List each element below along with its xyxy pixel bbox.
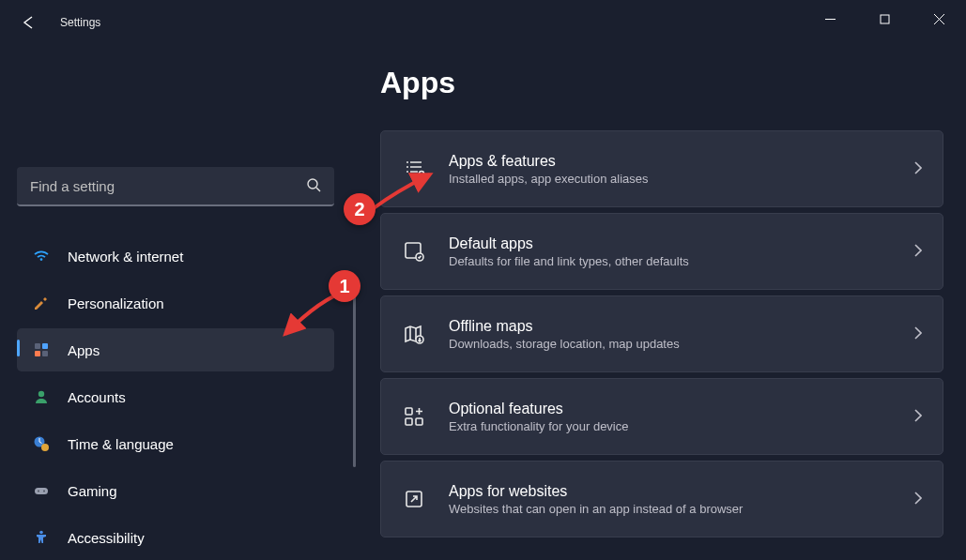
sidebar-item-time-language[interactable]: Time & language [17, 422, 334, 465]
open-external-icon [402, 487, 426, 511]
chevron-right-icon [914, 492, 922, 507]
back-button[interactable] [19, 13, 38, 32]
map-download-icon [402, 322, 426, 346]
card-offline-maps[interactable]: Offline maps Downloads, storage location… [380, 295, 943, 372]
svg-point-12 [41, 444, 49, 451]
search-icon [306, 177, 321, 196]
card-subtitle: Installed apps, app execution aliases [449, 172, 892, 186]
settings-card-list: Apps & features Installed apps, app exec… [380, 130, 943, 537]
svg-rect-7 [42, 343, 48, 349]
annotation-badge: 2 [344, 193, 376, 225]
chevron-right-icon [914, 409, 922, 425]
card-title: Default apps [449, 235, 892, 252]
svg-rect-23 [416, 418, 422, 425]
svg-point-14 [38, 491, 39, 492]
card-title: Offline maps [449, 318, 892, 335]
svg-rect-21 [406, 408, 412, 415]
sidebar-item-network[interactable]: Network & internet [17, 235, 334, 278]
maximize-button[interactable] [857, 0, 912, 38]
search-wrapper [17, 167, 334, 206]
annotation-arrow [368, 169, 437, 214]
sidebar-item-accounts[interactable]: Accounts [17, 375, 334, 418]
default-app-icon [402, 239, 426, 264]
card-apps-for-websites[interactable]: Apps for websites Websites that can open… [380, 461, 943, 537]
chevron-right-icon [914, 326, 922, 342]
search-input[interactable] [17, 167, 334, 206]
card-optional-features[interactable]: Optional features Extra functionality fo… [380, 378, 943, 455]
clock-globe-icon [32, 434, 51, 453]
annotation-badge: 1 [329, 270, 360, 302]
add-feature-icon [402, 404, 426, 429]
close-button[interactable] [912, 0, 966, 38]
chevron-right-icon [914, 161, 922, 177]
page-title: Apps [380, 66, 943, 100]
card-subtitle: Downloads, storage location, map updates [449, 337, 892, 351]
card-title: Apps & features [449, 153, 892, 170]
svg-point-15 [43, 491, 45, 492]
svg-rect-13 [35, 488, 48, 494]
card-default-apps[interactable]: Default apps Defaults for file and link … [380, 213, 943, 290]
sidebar-item-label: Network & internet [68, 249, 183, 265]
apps-icon [32, 341, 51, 359]
svg-point-4 [308, 179, 317, 189]
accessibility-icon [32, 528, 51, 547]
sidebar-item-gaming[interactable]: Gaming [17, 469, 334, 512]
app-title: Settings [60, 16, 100, 29]
svg-rect-9 [42, 351, 48, 356]
paintbrush-icon [32, 294, 51, 312]
card-subtitle: Extra functionality for your device [449, 419, 892, 433]
card-subtitle: Defaults for file and link types, other … [449, 254, 892, 268]
sidebar-item-accessibility[interactable]: Accessibility [17, 516, 334, 559]
minimize-button[interactable] [803, 0, 857, 38]
card-title: Apps for websites [449, 483, 892, 500]
svg-point-10 [38, 391, 44, 397]
window-controls [803, 0, 966, 38]
person-icon [32, 387, 51, 406]
svg-line-5 [316, 188, 320, 191]
svg-rect-8 [35, 351, 40, 356]
sidebar-item-label: Gaming [68, 483, 117, 499]
sidebar-item-label: Accounts [68, 389, 126, 405]
sidebar-item-label: Apps [68, 342, 100, 358]
main-content: Apps Apps & features Installed apps, app… [380, 66, 943, 537]
gamepad-icon [32, 481, 51, 500]
chevron-right-icon [914, 244, 922, 260]
sidebar-item-label: Accessibility [68, 530, 145, 546]
sidebar-item-label: Time & language [68, 436, 174, 452]
card-subtitle: Websites that can open in an app instead… [449, 502, 892, 516]
sidebar: Network & internet Personalization Apps … [17, 167, 336, 560]
svg-rect-22 [406, 418, 412, 425]
card-apps-features[interactable]: Apps & features Installed apps, app exec… [380, 130, 943, 207]
wifi-icon [32, 247, 51, 265]
card-title: Optional features [449, 401, 892, 417]
svg-rect-1 [881, 15, 889, 23]
sidebar-item-label: Personalization [68, 295, 164, 311]
svg-point-16 [39, 531, 43, 535]
svg-rect-6 [35, 343, 40, 349]
